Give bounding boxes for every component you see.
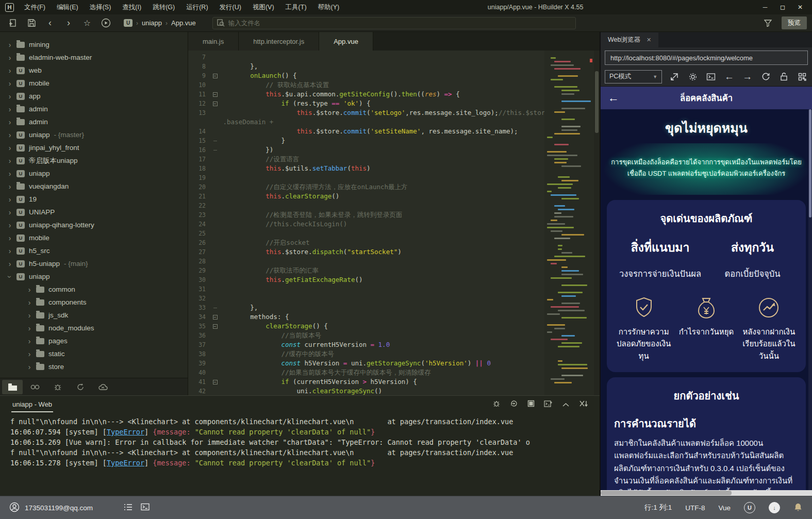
preview-button[interactable]: 预览 <box>782 16 807 29</box>
chevron-collapsed-icon[interactable]: › <box>7 131 12 139</box>
menu-item-1[interactable]: 编辑(E) <box>52 1 84 14</box>
task-list-icon[interactable] <box>124 504 132 512</box>
account-email[interactable]: 1735031199@qq.com <box>25 504 93 512</box>
browser-back-icon[interactable]: ← <box>723 71 735 83</box>
typeerror-link[interactable]: TypeError <box>107 459 144 467</box>
chevron-collapsed-icon[interactable]: › <box>27 350 32 358</box>
console-stop-icon[interactable] <box>527 400 535 409</box>
unlock-icon[interactable] <box>778 71 789 83</box>
cloud-panel-button[interactable] <box>93 380 113 394</box>
menu-item-8[interactable]: 工具(T) <box>280 1 312 14</box>
file-search-box[interactable] <box>212 17 576 29</box>
maximize-button[interactable]: ◻ <box>775 2 790 13</box>
tree-item-uniapp-qihang-lottery[interactable]: ›Uuniapp-qihang-lottery <box>0 219 188 231</box>
chevron-collapsed-icon[interactable]: › <box>7 247 12 255</box>
tree-item-admin[interactable]: ›admin <box>0 103 188 115</box>
run-button[interactable] <box>98 16 113 30</box>
tree-item-mobile[interactable]: ›Umobile <box>0 231 188 244</box>
tree-item-app[interactable]: ›Uapp <box>0 90 188 103</box>
browser-tab[interactable]: Web浏览器 ✕ <box>601 32 658 47</box>
console-collapse-icon[interactable] <box>562 400 570 409</box>
new-file-button[interactable] <box>5 16 21 30</box>
menu-item-2[interactable]: 选择(S) <box>85 1 117 14</box>
chevron-collapsed-icon[interactable]: › <box>7 92 12 101</box>
browser-tab-close-icon[interactable]: ✕ <box>647 37 651 43</box>
chevron-collapsed-icon[interactable]: › <box>27 363 32 371</box>
chevron-collapsed-icon[interactable]: › <box>7 182 12 191</box>
page-scrollbar-thumb[interactable] <box>809 109 811 217</box>
minimize-button[interactable]: ─ <box>757 2 773 13</box>
console-open-icon[interactable] <box>705 71 717 83</box>
sync-panel-button[interactable] <box>70 380 91 394</box>
browser-hscrollbar[interactable] <box>601 490 812 496</box>
search-panel-button[interactable] <box>25 380 45 394</box>
tree-item-admin[interactable]: ›admin <box>0 115 188 128</box>
page-scrollbar[interactable] <box>808 109 812 490</box>
forward-button[interactable]: › <box>61 16 76 30</box>
tree-item-vueqiangdan[interactable]: ›vueqiangdan <box>0 180 188 193</box>
update-download-icon[interactable]: ↓ <box>769 502 780 513</box>
back-button[interactable]: ‹ <box>42 16 58 30</box>
editor-scrollbar-thumb[interactable] <box>595 71 599 133</box>
menu-item-4[interactable]: 跳转(G) <box>147 1 180 14</box>
save-button[interactable] <box>24 16 39 30</box>
chevron-collapsed-icon[interactable]: › <box>7 79 12 88</box>
browser-url-bar[interactable]: http://localhost:8080/#/pages/lockming/w… <box>605 51 808 65</box>
tree-item-uniapp[interactable]: ›Uuniapp - {master} <box>0 128 188 141</box>
files-panel-button[interactable] <box>2 380 23 394</box>
cursor-position[interactable]: 行:1 列:1 <box>644 503 672 512</box>
chevron-collapsed-icon[interactable]: › <box>27 337 32 345</box>
favorite-star-icon[interactable]: ☆ <box>79 16 95 30</box>
device-mode-select[interactable]: PC模式▼ <box>605 70 662 83</box>
chevron-collapsed-icon[interactable]: › <box>7 105 12 113</box>
console-terminal-icon[interactable] <box>544 400 553 410</box>
tree-item-h5_src[interactable]: ›Uh5_src <box>0 244 188 257</box>
file-search-input[interactable] <box>228 20 571 27</box>
chevron-collapsed-icon[interactable]: › <box>7 118 12 126</box>
tree-item-UNIAPP[interactable]: ›UUNIAPP <box>0 206 188 219</box>
tree-item-js_sdk[interactable]: ›js_sdk <box>0 309 188 322</box>
chevron-collapsed-icon[interactable]: › <box>7 157 12 165</box>
chevron-expanded-icon[interactable]: › <box>6 274 14 279</box>
editor-tab-App.vue[interactable]: App.vue <box>319 32 373 51</box>
chevron-collapsed-icon[interactable]: › <box>27 286 32 294</box>
chevron-collapsed-icon[interactable]: › <box>27 298 32 307</box>
chevron-collapsed-icon[interactable]: › <box>7 144 12 152</box>
menu-item-5[interactable]: 运行(R) <box>181 1 213 14</box>
tree-item-store[interactable]: ›store <box>0 360 188 373</box>
console-tab[interactable]: uniapp - Web <box>11 397 53 412</box>
language-mode[interactable]: Vue <box>718 504 731 512</box>
browser-hscrollbar-thumb[interactable] <box>601 491 732 495</box>
menu-item-3[interactable]: 查找(I) <box>117 1 146 14</box>
console-clear-icon[interactable] <box>579 400 588 409</box>
tree-item-components[interactable]: ›components <box>0 296 188 309</box>
tree-item-eladmin-web-master[interactable]: ›eladmin-web-master <box>0 51 188 64</box>
menu-item-0[interactable]: 文件(F) <box>19 1 51 14</box>
menu-item-9[interactable]: 帮助(Y) <box>313 1 345 14</box>
qr-code-icon[interactable] <box>797 71 808 83</box>
tree-item-common[interactable]: ›common <box>0 283 188 296</box>
chevron-collapsed-icon[interactable]: › <box>7 41 12 49</box>
chevron-collapsed-icon[interactable]: › <box>7 208 12 216</box>
tree-item-uniapp[interactable]: ›Uuniapp <box>0 270 188 283</box>
typeerror-link[interactable]: TypeError <box>107 428 144 436</box>
page-back-icon[interactable]: ← <box>608 91 619 105</box>
console-restart-icon[interactable] <box>510 399 518 410</box>
close-button[interactable]: ✕ <box>792 2 808 13</box>
tree-item-jinpai_yhyl_front[interactable]: ›Ujinpai_yhyl_front <box>0 141 188 154</box>
tree-item-mobile[interactable]: ›Umobile <box>0 77 188 90</box>
notification-bell-icon[interactable] <box>793 503 803 513</box>
tree-item-node_modules[interactable]: ›node_modules <box>0 322 188 334</box>
chevron-collapsed-icon[interactable]: › <box>27 311 32 320</box>
terminal-icon[interactable] <box>141 503 150 512</box>
chevron-collapsed-icon[interactable]: › <box>7 221 12 229</box>
chevron-collapsed-icon[interactable]: › <box>7 195 12 204</box>
menu-item-6[interactable]: 发行(U) <box>214 1 246 14</box>
tree-item-帝启版本uniapp[interactable]: ›U帝启版本uniapp <box>0 154 188 167</box>
chevron-collapsed-icon[interactable]: › <box>7 170 12 178</box>
chevron-collapsed-icon[interactable]: › <box>7 234 12 242</box>
console-debug-icon[interactable] <box>492 399 501 410</box>
tree-item-static[interactable]: ›static <box>0 347 188 360</box>
tree-item-h5-uniapp[interactable]: ›Uh5-uniapp - {main} <box>0 257 188 270</box>
chevron-collapsed-icon[interactable]: › <box>27 324 32 332</box>
